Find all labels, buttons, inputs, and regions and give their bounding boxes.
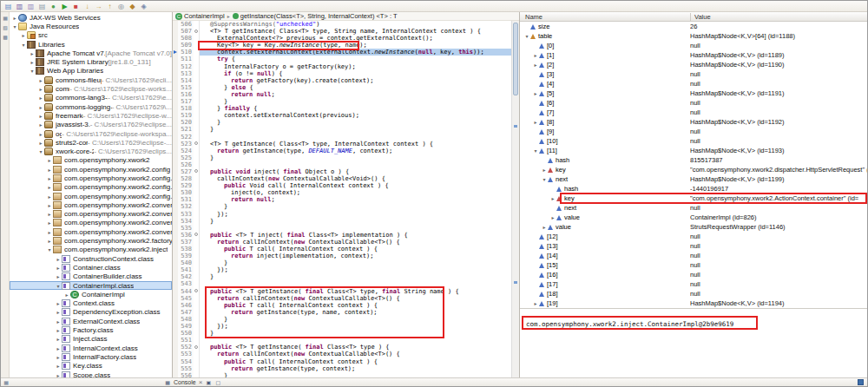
expand-arrow-icon[interactable]: ▸ [37, 95, 44, 101]
gutter-marker-column[interactable] [173, 21, 178, 28]
gutter-marker-column[interactable] [173, 211, 178, 218]
gutter-marker-column[interactable] [173, 232, 178, 239]
print-icon[interactable]: ▤ [37, 2, 47, 11]
line-number[interactable]: 549 [178, 323, 194, 330]
console-toolbar-icon[interactable]: ▢ [214, 379, 221, 386]
tree-item[interactable]: ▾com.opensymphony.xwork2.inject [10, 246, 172, 254]
fold-column[interactable] [194, 154, 200, 161]
variable-row[interactable]: ▸[2]HashMap$Node<K,V> (id=1190) [520, 60, 867, 69]
fold-column[interactable] [194, 35, 200, 42]
fold-column[interactable] [194, 141, 200, 148]
expand-arrow-icon[interactable]: ▸ [55, 363, 62, 369]
gutter-marker-column[interactable] [173, 280, 178, 287]
fold-marker-icon[interactable] [194, 30, 198, 33]
fold-column[interactable] [194, 196, 200, 203]
save-all-icon[interactable]: ▥ [26, 2, 36, 11]
variable-row[interactable]: ▾tableHashMap$Node<K,V>[64] (id=1188) [520, 31, 867, 41]
expand-arrow-icon[interactable]: ▸ [29, 59, 36, 65]
expand-arrow-icon[interactable]: ▸ [55, 327, 62, 333]
collapse-arrow-icon[interactable]: ▾ [20, 42, 27, 48]
line-number[interactable]: 547 [178, 309, 194, 316]
variable-row[interactable]: hash-1440196917 [520, 184, 867, 194]
step-return-icon[interactable]: ↑ [105, 2, 115, 11]
variable-row[interactable]: [0]null [520, 41, 867, 50]
expand-arrow-icon[interactable]: ▸ [46, 238, 53, 244]
tree-item[interactable]: ▸com.opensymphony.xwork2.factory [10, 236, 172, 245]
fold-column[interactable] [194, 42, 200, 49]
expand-arrow-icon[interactable]: ▸ [541, 224, 548, 230]
fold-column[interactable] [194, 77, 200, 84]
gutter-marker-column[interactable] [173, 35, 178, 42]
gutter-marker-column[interactable] [173, 351, 178, 357]
gutter-marker-column[interactable] [173, 134, 178, 141]
fold-column[interactable] [194, 49, 200, 56]
fold-column[interactable] [194, 112, 200, 119]
breadcrumb-class[interactable]: ContainerImpl [175, 12, 225, 20]
fold-column[interactable] [194, 63, 200, 70]
gutter-marker-column[interactable] [173, 196, 178, 203]
editor-scrollbar-thumb[interactable] [513, 23, 518, 95]
collapse-arrow-icon[interactable]: ▾ [541, 176, 548, 182]
gutter-marker-column[interactable] [173, 175, 178, 182]
line-number[interactable]: 520 [178, 119, 194, 126]
fold-column[interactable] [194, 98, 200, 105]
line-number[interactable]: 550 [178, 330, 194, 337]
gutter-marker-column[interactable] [173, 253, 178, 259]
tree-item[interactable]: ▸JAX-WS Web Services [10, 13, 172, 22]
fold-column[interactable] [194, 365, 200, 372]
line-number[interactable]: 506 [178, 21, 194, 28]
expand-arrow-icon[interactable]: ▸ [63, 292, 70, 298]
collapse-arrow-icon[interactable]: ▾ [11, 23, 18, 30]
fold-column[interactable] [194, 253, 200, 259]
line-number[interactable]: 523 [178, 141, 194, 148]
fold-column[interactable] [194, 56, 200, 62]
variable-row[interactable]: [12]null [520, 232, 867, 241]
expand-arrow-icon[interactable]: ▸ [549, 214, 556, 220]
line-number[interactable]: 548 [178, 316, 194, 323]
fold-column[interactable] [194, 259, 200, 266]
tree-item[interactable]: ▸JRE System Library [jre1.8.0_131] [10, 57, 172, 66]
gutter-marker-column[interactable] [173, 239, 178, 246]
tree-item[interactable]: ▸ExternalContext.class [10, 317, 172, 325]
gutter-marker-column[interactable] [173, 77, 178, 84]
debug-icon[interactable]: ● [49, 2, 58, 11]
expand-arrow-icon[interactable]: ▸ [55, 265, 62, 271]
fold-marker-icon[interactable] [194, 233, 198, 236]
line-number[interactable]: 527 [178, 168, 194, 175]
restore-view-icon-3[interactable]: ▩ [2, 34, 9, 41]
expand-arrow-icon[interactable]: ▸ [55, 309, 62, 315]
line-number[interactable]: 522 [178, 134, 194, 141]
fold-column[interactable] [194, 246, 200, 253]
fold-column[interactable] [194, 211, 200, 218]
fold-column[interactable] [194, 161, 200, 168]
variable-row[interactable]: ▸[8]HashMap$Node<K,V> (id=1192) [520, 117, 867, 127]
gutter-marker-column[interactable] [173, 56, 178, 62]
fold-column[interactable] [194, 309, 200, 316]
fold-column[interactable] [194, 280, 200, 287]
line-number[interactable]: 508 [178, 35, 194, 42]
line-number[interactable]: 546 [178, 302, 194, 309]
expand-arrow-icon[interactable]: ▸ [37, 104, 44, 110]
expand-arrow-icon[interactable]: ▸ [46, 194, 53, 200]
tree-item[interactable]: ▸ContainerImpl [10, 290, 172, 298]
line-number[interactable]: 513 [178, 70, 194, 77]
gutter-marker-column[interactable] [173, 63, 178, 70]
expand-arrow-icon[interactable]: ▸ [55, 300, 62, 306]
line-number[interactable]: 543 [178, 280, 194, 287]
fold-column[interactable] [194, 134, 200, 141]
gutter-marker-column[interactable] [173, 161, 178, 168]
line-number[interactable]: 519 [178, 112, 194, 119]
gutter-marker-column[interactable] [173, 189, 178, 196]
collapse-arrow-icon[interactable]: ▾ [55, 283, 62, 289]
stop-icon[interactable]: ■ [71, 2, 81, 11]
fold-marker-icon[interactable] [194, 289, 198, 292]
fold-column[interactable] [194, 358, 200, 365]
variable-row[interactable]: ▸[19]HashMap$Node<K,V> (id=1194) [520, 298, 867, 308]
line-number[interactable]: 510 [178, 49, 194, 56]
variable-row[interactable]: [3]null [520, 69, 867, 79]
editor-pane[interactable]: ContainerImpl ▸ getInstance(Class<T>, St… [173, 12, 519, 377]
gutter-marker-column[interactable] [173, 49, 178, 56]
variable-row[interactable]: ▸key"com.opensymphony.xwork2.dispatcher.… [520, 165, 867, 174]
tree-item[interactable]: ▸Inject.class [10, 335, 172, 344]
console-tab[interactable]: ▦ Console × ▣ ▢ [164, 379, 221, 386]
